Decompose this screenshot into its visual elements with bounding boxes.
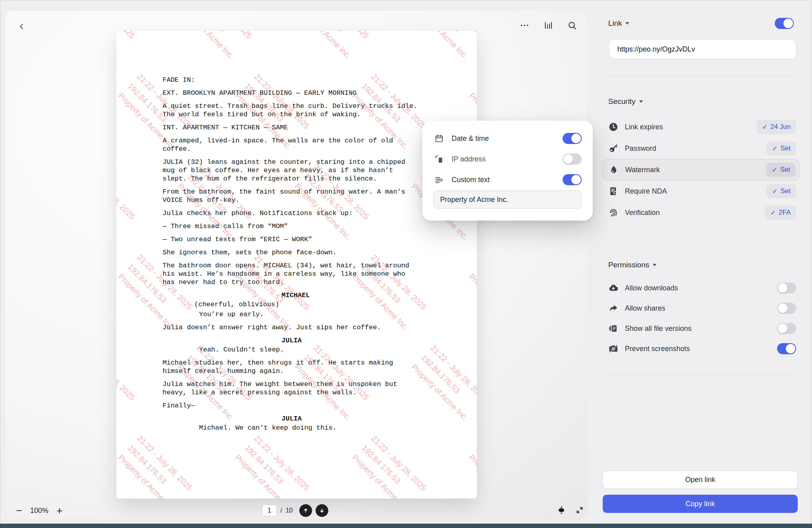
- check-icon: ✓: [772, 166, 777, 174]
- caret-down-icon: [625, 22, 629, 25]
- nda-icon: [608, 186, 619, 196]
- security-row-watermark[interactable]: Watermark ✓Set: [602, 159, 800, 180]
- caret-down-icon: [653, 264, 657, 266]
- screenplay-text: FADE IN:EXT. BROOKLYN APARTMENT BUILDING…: [163, 76, 448, 437]
- permission-row-label: Show all file versions: [625, 324, 777, 333]
- analytics-button[interactable]: [541, 18, 556, 33]
- share-url-input[interactable]: [609, 39, 796, 59]
- popup-row-label: IP address: [452, 155, 563, 163]
- share-icon: [608, 303, 619, 313]
- status-badge: ✓24 Jun: [756, 120, 796, 134]
- next-page-button[interactable]: [316, 504, 328, 517]
- previous-page-button[interactable]: [299, 504, 312, 517]
- custom-text-toggle[interactable]: [563, 174, 582, 185]
- status-badge: ✓2FA: [765, 205, 797, 220]
- calendar-icon: [434, 133, 445, 144]
- security-row-link-expires[interactable]: Link expires ✓24 Jun: [602, 116, 800, 138]
- show-all-file-versions-toggle[interactable]: [777, 323, 796, 334]
- script-scene-block: EXT. BROOKLYN APARTMENT BUILDING — EARLY…: [163, 89, 448, 97]
- security-section-header[interactable]: Security: [608, 97, 643, 106]
- status-badge: ✓Set: [766, 163, 796, 177]
- back-chevron-icon: [17, 22, 26, 31]
- zoom-controls: − 100% +: [11, 503, 67, 518]
- scroll-mode-button[interactable]: [555, 504, 567, 516]
- script-action-block: A cramped, lived-in space. The walls are…: [163, 136, 448, 153]
- security-row-password[interactable]: Password ✓Set: [602, 138, 800, 159]
- security-section-title: Security: [608, 97, 636, 106]
- script-action-block: Julia doesn’t answer right away. Just si…: [163, 323, 448, 332]
- watermark-tile: 21:22 - July 28, 2025192.84.176.53Proper…: [116, 31, 140, 62]
- script-scene-block: INT. APARTMENT — KITCHEN — SAME: [163, 123, 448, 132]
- script-action-block: — Two unread texts from “ERIC — WORK”: [163, 235, 448, 244]
- link-settings-sidebar: Link Security Link expires ✓24 Jun Passw…: [602, 0, 800, 528]
- open-link-button[interactable]: Open link: [603, 470, 798, 489]
- popup-row-custom-text: Custom text: [434, 173, 582, 186]
- watermark-tile: 21:22 - July 28, 2025192.84.176.53Proper…: [174, 31, 257, 62]
- script-paren-block: (cheerful, oblivious): [163, 300, 448, 309]
- key-icon: [608, 143, 619, 154]
- arrow-up-icon: [302, 507, 309, 514]
- document-viewer-panel: FADE IN:EXT. BROOKLYN APARTMENT BUILDING…: [5, 10, 588, 520]
- zoom-in-button[interactable]: +: [52, 503, 67, 518]
- security-row-label: Require NDA: [625, 187, 766, 196]
- popup-row-date-time: Date & time: [434, 132, 582, 145]
- fullscreen-button[interactable]: [574, 504, 586, 516]
- script-action-block: From the bathroom, the faint sound of ru…: [163, 188, 448, 204]
- permissions-section-title: Permissions: [608, 261, 649, 269]
- status-badge: ✓Set: [766, 141, 796, 156]
- script-action-block: FADE IN:: [163, 76, 448, 84]
- custom-watermark-text-input[interactable]: [433, 190, 582, 209]
- view-mode-controls: [555, 504, 586, 516]
- script-action-block: Julia checks her phone. Notifications st…: [163, 209, 448, 217]
- prevent-screenshots-toggle[interactable]: [777, 343, 796, 354]
- security-row-verification[interactable]: Verification ✓2FA: [602, 202, 800, 223]
- script-character-block: JULIA: [163, 336, 448, 345]
- script-action-block: She ignores them, sets the phone face-do…: [163, 248, 448, 257]
- more-options-button[interactable]: [517, 18, 532, 33]
- check-icon: ✓: [772, 187, 778, 196]
- permission-row-label: Allow downloads: [625, 284, 777, 292]
- back-button[interactable]: [14, 19, 30, 35]
- link-section-title: Link: [608, 19, 622, 28]
- page-total: 10: [285, 507, 293, 514]
- script-action-block: A quiet street. Trash bags line the curb…: [163, 102, 448, 119]
- script-action-block: Julia watches him. The weight between th…: [163, 380, 448, 397]
- watermark-tile: 21:22 - July 28, 2025192.84.176.53Proper…: [466, 432, 477, 499]
- allow-shares-toggle[interactable]: [777, 303, 796, 314]
- watermark-tile: 21:22 - July 28, 2025192.84.176.53Proper…: [408, 31, 477, 62]
- ip-address-toggle[interactable]: [563, 154, 582, 165]
- security-row-label: Watermark: [625, 166, 766, 174]
- scroll-wheel-icon: [556, 505, 567, 515]
- permission-row-show-all-file-versions: Show all file versions: [602, 319, 800, 338]
- ellipsis-icon: [519, 20, 530, 31]
- app-window: FADE IN:EXT. BROOKLYN APARTMENT BUILDING…: [0, 0, 812, 528]
- zoom-out-button[interactable]: −: [11, 503, 27, 518]
- custom-text-icon: [434, 175, 445, 185]
- link-section-header[interactable]: Link: [608, 19, 629, 28]
- script-dialog-block: Yeah. Couldn’t sleep.: [163, 346, 448, 354]
- watermark-tile: 21:22 - July 28, 2025192.84.176.53Proper…: [349, 432, 431, 499]
- versions-icon: [608, 323, 619, 334]
- security-row-label: Password: [625, 144, 766, 153]
- script-character-block: MICHAEL: [163, 291, 448, 300]
- copy-link-button[interactable]: Copy link: [603, 495, 798, 513]
- script-action-block: The bathroom door opens. MICHAEL (34), w…: [163, 261, 448, 286]
- security-row-label: Verification: [625, 209, 765, 217]
- bar-chart-icon: [544, 21, 553, 30]
- permission-row-allow-shares: Allow shares: [602, 298, 800, 318]
- page-number-input[interactable]: [262, 505, 277, 516]
- permission-row-allow-downloads: Allow downloads: [602, 278, 800, 298]
- check-icon: ✓: [762, 123, 768, 131]
- link-enabled-toggle[interactable]: [775, 18, 794, 29]
- ip-address-icon: [434, 154, 445, 164]
- search-icon: [567, 21, 577, 31]
- script-dialog-block: You’re up early.: [163, 310, 448, 319]
- date-time-toggle[interactable]: [563, 133, 582, 144]
- script-character-block: JULIA: [163, 415, 448, 423]
- zoom-level: 100%: [27, 507, 52, 515]
- security-row-require-nda[interactable]: Require NDA ✓Set: [602, 180, 800, 202]
- allow-downloads-toggle[interactable]: [777, 282, 796, 294]
- search-button[interactable]: [565, 18, 580, 33]
- watermark-settings-popup: Date & time IP address Custom text: [422, 121, 593, 221]
- permissions-section-header[interactable]: Permissions: [608, 261, 657, 269]
